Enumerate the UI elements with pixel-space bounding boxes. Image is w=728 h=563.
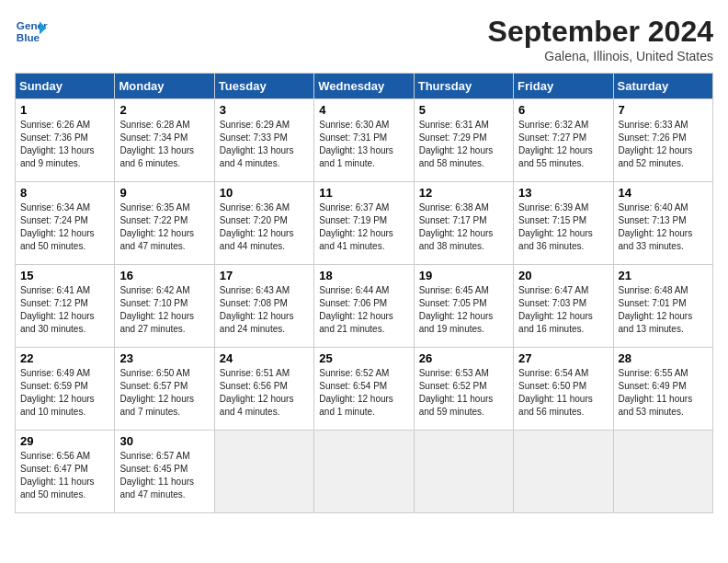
day-info: Sunrise: 6:49 AMSunset: 6:59 PMDaylight:… xyxy=(20,368,95,417)
day-info: Sunrise: 6:37 AMSunset: 7:19 PMDaylight:… xyxy=(319,202,393,251)
calendar-cell: 24 Sunrise: 6:51 AMSunset: 6:56 PMDaylig… xyxy=(214,348,313,431)
day-info: Sunrise: 6:51 AMSunset: 6:56 PMDaylight:… xyxy=(220,368,294,417)
day-info: Sunrise: 6:38 AMSunset: 7:17 PMDaylight:… xyxy=(419,202,494,251)
day-number: 29 xyxy=(20,434,109,448)
day-number: 17 xyxy=(220,269,309,282)
week-row-5: 29 Sunrise: 6:56 AMSunset: 6:47 PMDaylig… xyxy=(16,431,713,513)
calendar-cell: 12 Sunrise: 6:38 AMSunset: 7:17 PMDaylig… xyxy=(414,182,513,265)
calendar-cell: 11 Sunrise: 6:37 AMSunset: 7:19 PMDaylig… xyxy=(314,182,414,265)
day-number: 25 xyxy=(319,351,408,365)
calendar-cell xyxy=(613,431,712,513)
logo-icon: General Blue xyxy=(15,15,48,48)
calendar-cell: 30 Sunrise: 6:57 AMSunset: 6:45 PMDaylig… xyxy=(115,431,214,513)
day-number: 23 xyxy=(119,351,209,365)
day-number: 11 xyxy=(319,186,408,200)
day-info: Sunrise: 6:33 AMSunset: 7:26 PMDaylight:… xyxy=(619,120,693,168)
day-info: Sunrise: 6:35 AMSunset: 7:22 PMDaylight:… xyxy=(119,202,194,251)
day-number: 27 xyxy=(518,351,608,365)
calendar-cell: 3 Sunrise: 6:29 AMSunset: 7:33 PMDayligh… xyxy=(214,99,313,182)
day-number: 8 xyxy=(20,186,109,200)
day-info: Sunrise: 6:26 AMSunset: 7:36 PMDaylight:… xyxy=(20,120,95,168)
day-info: Sunrise: 6:42 AMSunset: 7:10 PMDaylight:… xyxy=(119,285,194,334)
day-info: Sunrise: 6:48 AMSunset: 7:01 PMDaylight:… xyxy=(619,285,693,334)
day-info: Sunrise: 6:50 AMSunset: 6:57 PMDaylight:… xyxy=(119,368,194,417)
day-number: 7 xyxy=(619,103,708,117)
calendar-cell: 25 Sunrise: 6:52 AMSunset: 6:54 PMDaylig… xyxy=(314,348,414,431)
logo: General Blue xyxy=(15,15,48,48)
day-info: Sunrise: 6:54 AMSunset: 6:50 PMDaylight:… xyxy=(518,368,593,417)
calendar-body: 1 Sunrise: 6:26 AMSunset: 7:36 PMDayligh… xyxy=(16,99,713,513)
day-number: 13 xyxy=(518,186,608,200)
day-info: Sunrise: 6:47 AMSunset: 7:03 PMDaylight:… xyxy=(518,285,593,334)
day-number: 14 xyxy=(619,186,708,200)
day-info: Sunrise: 6:30 AMSunset: 7:31 PMDaylight:… xyxy=(319,120,393,168)
day-number: 6 xyxy=(518,103,608,117)
day-info: Sunrise: 6:34 AMSunset: 7:24 PMDaylight:… xyxy=(20,202,95,251)
day-info: Sunrise: 6:45 AMSunset: 7:05 PMDaylight:… xyxy=(419,285,494,334)
day-number: 21 xyxy=(619,269,708,282)
weekday-header-friday: Friday xyxy=(514,74,613,99)
calendar-cell: 6 Sunrise: 6:32 AMSunset: 7:27 PMDayligh… xyxy=(514,99,613,182)
calendar-cell: 8 Sunrise: 6:34 AMSunset: 7:24 PMDayligh… xyxy=(16,182,115,265)
calendar-cell: 17 Sunrise: 6:43 AMSunset: 7:08 PMDaylig… xyxy=(214,265,313,348)
day-info: Sunrise: 6:29 AMSunset: 7:33 PMDaylight:… xyxy=(220,120,294,168)
svg-text:Blue: Blue xyxy=(17,31,40,43)
day-info: Sunrise: 6:53 AMSunset: 6:52 PMDaylight:… xyxy=(419,368,494,417)
day-number: 18 xyxy=(319,269,408,282)
day-number: 20 xyxy=(518,269,608,282)
calendar-cell xyxy=(314,431,414,513)
week-row-3: 15 Sunrise: 6:41 AMSunset: 7:12 PMDaylig… xyxy=(16,265,713,348)
calendar-table: SundayMondayTuesdayWednesdayThursdayFrid… xyxy=(15,73,713,513)
day-number: 5 xyxy=(419,103,508,117)
day-number: 16 xyxy=(119,269,209,282)
day-info: Sunrise: 6:32 AMSunset: 7:27 PMDaylight:… xyxy=(518,120,593,168)
calendar-cell: 14 Sunrise: 6:40 AMSunset: 7:13 PMDaylig… xyxy=(613,182,712,265)
weekday-header-tuesday: Tuesday xyxy=(214,74,313,99)
day-number: 4 xyxy=(319,103,408,117)
day-number: 3 xyxy=(220,103,309,117)
day-info: Sunrise: 6:28 AMSunset: 7:34 PMDaylight:… xyxy=(119,120,194,168)
day-number: 30 xyxy=(119,434,209,448)
weekday-header-monday: Monday xyxy=(115,74,214,99)
day-info: Sunrise: 6:36 AMSunset: 7:20 PMDaylight:… xyxy=(220,202,294,251)
month-title: September 2024 xyxy=(488,15,713,49)
week-row-1: 1 Sunrise: 6:26 AMSunset: 7:36 PMDayligh… xyxy=(16,99,713,182)
day-number: 1 xyxy=(20,103,109,117)
day-info: Sunrise: 6:44 AMSunset: 7:06 PMDaylight:… xyxy=(319,285,393,334)
day-info: Sunrise: 6:55 AMSunset: 6:49 PMDaylight:… xyxy=(619,368,693,417)
calendar-cell: 4 Sunrise: 6:30 AMSunset: 7:31 PMDayligh… xyxy=(314,99,414,182)
day-info: Sunrise: 6:41 AMSunset: 7:12 PMDaylight:… xyxy=(20,285,95,334)
day-number: 26 xyxy=(419,351,508,365)
day-info: Sunrise: 6:52 AMSunset: 6:54 PMDaylight:… xyxy=(319,368,393,417)
day-number: 15 xyxy=(20,269,109,282)
weekday-header-sunday: Sunday xyxy=(16,74,115,99)
calendar-header-row: SundayMondayTuesdayWednesdayThursdayFrid… xyxy=(16,74,713,99)
week-row-2: 8 Sunrise: 6:34 AMSunset: 7:24 PMDayligh… xyxy=(16,182,713,265)
calendar-cell: 10 Sunrise: 6:36 AMSunset: 7:20 PMDaylig… xyxy=(214,182,313,265)
day-number: 19 xyxy=(419,269,508,282)
week-row-4: 22 Sunrise: 6:49 AMSunset: 6:59 PMDaylig… xyxy=(16,348,713,431)
calendar-cell: 27 Sunrise: 6:54 AMSunset: 6:50 PMDaylig… xyxy=(514,348,613,431)
calendar-cell: 23 Sunrise: 6:50 AMSunset: 6:57 PMDaylig… xyxy=(115,348,214,431)
calendar-cell: 22 Sunrise: 6:49 AMSunset: 6:59 PMDaylig… xyxy=(16,348,115,431)
calendar-cell: 18 Sunrise: 6:44 AMSunset: 7:06 PMDaylig… xyxy=(314,265,414,348)
calendar-cell: 26 Sunrise: 6:53 AMSunset: 6:52 PMDaylig… xyxy=(414,348,513,431)
calendar-cell: 28 Sunrise: 6:55 AMSunset: 6:49 PMDaylig… xyxy=(613,348,712,431)
calendar-cell: 21 Sunrise: 6:48 AMSunset: 7:01 PMDaylig… xyxy=(613,265,712,348)
day-info: Sunrise: 6:56 AMSunset: 6:47 PMDaylight:… xyxy=(20,451,95,500)
weekday-header-saturday: Saturday xyxy=(613,74,712,99)
day-number: 10 xyxy=(220,186,309,200)
day-number: 28 xyxy=(619,351,708,365)
calendar-cell xyxy=(414,431,513,513)
day-info: Sunrise: 6:40 AMSunset: 7:13 PMDaylight:… xyxy=(619,202,693,251)
day-number: 24 xyxy=(220,351,309,365)
day-info: Sunrise: 6:39 AMSunset: 7:15 PMDaylight:… xyxy=(518,202,593,251)
calendar-cell: 7 Sunrise: 6:33 AMSunset: 7:26 PMDayligh… xyxy=(613,99,712,182)
day-info: Sunrise: 6:43 AMSunset: 7:08 PMDaylight:… xyxy=(220,285,294,334)
weekday-header-wednesday: Wednesday xyxy=(314,74,414,99)
calendar-cell: 15 Sunrise: 6:41 AMSunset: 7:12 PMDaylig… xyxy=(16,265,115,348)
day-info: Sunrise: 6:31 AMSunset: 7:29 PMDaylight:… xyxy=(419,120,494,168)
calendar-cell: 16 Sunrise: 6:42 AMSunset: 7:10 PMDaylig… xyxy=(115,265,214,348)
calendar-cell: 20 Sunrise: 6:47 AMSunset: 7:03 PMDaylig… xyxy=(514,265,613,348)
calendar-cell: 19 Sunrise: 6:45 AMSunset: 7:05 PMDaylig… xyxy=(414,265,513,348)
